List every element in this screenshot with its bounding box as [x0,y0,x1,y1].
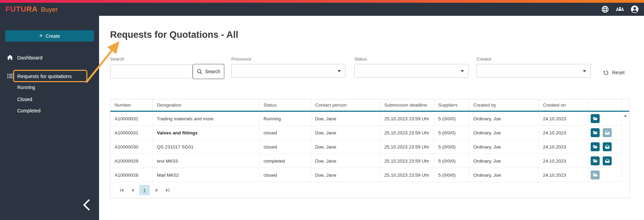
column-header[interactable]: Created on [538,99,588,111]
filter-bar: Search Search Processor Status [110,56,636,84]
cell-designation: Mail MK02 [152,168,259,182]
table-row[interactable]: A10000032Trading materials and moreRunni… [110,112,622,126]
folder-open-icon [592,130,598,135]
sidebar-item-closed[interactable]: Closed [17,94,32,104]
cell-status: completed [259,154,311,168]
cell-created-by: Ordinary, Joe [469,154,538,168]
table-row[interactable]: A10000029test MK03completedDoe, Jane25.1… [110,154,622,168]
cell-suppliers: 5 (0/0/0) [434,112,469,125]
status-label: Status [354,56,469,62]
folder-open-button[interactable] [591,142,600,151]
folder-open-button[interactable] [591,114,600,123]
sidebar-item-requests-for-quotations[interactable]: Requests for quotations [0,70,99,81]
last-page-icon [165,188,170,193]
cell-actions [588,168,622,182]
cell-submission-deadline: 25.10.2023 23:59 Uhr [380,140,434,154]
status-select[interactable] [354,64,469,78]
cell-contact-person: Doe, Jane [311,140,380,154]
folder-open-icon [592,158,598,164]
pagination-last-button[interactable] [163,186,172,195]
cell-created-by: Ordinary, Joe [469,140,538,154]
sidebar-item-label: Dashboard [17,55,42,60]
cell-submission-deadline: 25.10.2023 23:59 Uhr [380,126,434,140]
cell-designation: QS 231017 SG01 [152,140,259,154]
plus-icon: + [39,32,43,39]
table-body: A10000032Trading materials and moreRunni… [110,112,629,182]
cell-number: A10000032 [110,112,152,125]
table-row[interactable]: A10000030QS 231017 SG01closedDoe, Jane25… [110,140,622,154]
column-header[interactable]: Designation [152,99,259,111]
main-content: Requests for Quotations - All Search Sea… [99,16,644,220]
next-page-icon [154,188,159,193]
column-header[interactable]: Number [110,99,152,111]
pagination-next-button[interactable] [152,186,161,195]
column-header[interactable]: Contact person [311,99,380,111]
drafts-icon [605,130,610,135]
drafts-button[interactable] [603,128,612,137]
cell-created-on: 24.10.2023 [538,112,588,125]
table-header-row: NumberDesignationStatusContact personSub… [110,99,629,112]
cell-actions [588,154,622,168]
reset-icon [603,69,609,76]
creator-filter-group: Creator [476,56,591,78]
scroll-up-icon[interactable] [624,114,627,117]
cell-status: closed [259,126,311,140]
drafts-button[interactable] [603,142,612,151]
search-input[interactable] [110,65,193,78]
pagination: 1 [110,182,629,198]
sub-item-label: Running [17,85,35,90]
processor-select[interactable] [231,64,345,78]
app-bar: FUTURA Buyer [0,3,644,16]
reset-button[interactable]: Reset [603,66,625,79]
cell-created-by: Ordinary, Joe [469,112,538,125]
account-icon[interactable] [630,5,639,14]
cell-number: A10000030 [110,140,152,154]
cell-designation: Valves and fittings [152,126,259,140]
column-header[interactable]: Suppliers [434,99,469,111]
list-icon [6,72,14,80]
pagination-first-button[interactable] [117,186,126,195]
creator-select[interactable] [476,64,591,78]
top-gradient-strip [0,0,644,3]
table-scrollbar[interactable] [622,112,630,182]
column-header[interactable]: Submission deadline [380,99,434,111]
sidebar-item-dashboard[interactable]: Dashboard [0,52,99,63]
groups-icon[interactable] [615,5,624,14]
cell-created-on: 24.10.2023 [538,168,588,182]
language-icon[interactable] [601,5,610,14]
status-filter-group: Status [354,56,469,78]
create-button[interactable]: + Create [5,30,94,42]
folder-open-button[interactable] [591,128,600,137]
sidebar-collapse-button[interactable] [79,197,94,212]
column-header[interactable]: Created by [469,99,538,111]
first-page-icon [119,188,125,193]
processor-label: Processor [231,56,345,62]
sidebar-item-completed[interactable]: Completed [17,106,41,116]
cell-contact-person: Doe, Jane [311,168,380,182]
brand-product: Buyer [41,6,58,13]
folder-open-icon [592,172,598,178]
cell-submission-deadline: 25.10.2023 23:59 Uhr [380,112,434,125]
cell-number: A10000029 [110,154,152,168]
processor-filter-group: Processor [231,56,345,78]
column-header-scroll [622,99,629,111]
chevron-down-icon [337,70,341,72]
search-button[interactable]: Search [193,64,224,79]
cell-designation: Trading materials and more [152,112,259,125]
column-header[interactable]: Status [259,99,311,111]
prev-page-icon [130,188,135,193]
sidebar-item-running[interactable]: Running [17,82,35,92]
folder-open-button[interactable] [591,156,600,165]
cell-contact-person: Doe, Jane [311,112,380,125]
table-rows: A10000032Trading materials and moreRunni… [110,112,622,182]
app-logo: FUTURA Buyer [6,5,58,14]
chevron-down-icon [583,70,586,72]
table-row[interactable]: A10000028Mail MK02closedDoe, Jane25.10.2… [110,168,622,182]
table-row[interactable]: A10000031Valves and fittingsclosedDoe, J… [110,126,622,140]
drafts-button[interactable] [603,156,612,165]
search-label: Search [110,56,224,62]
pagination-current-page[interactable]: 1 [139,185,150,195]
cell-suppliers: 5 (0/0/0) [434,140,469,154]
folder-open-button[interactable] [591,170,600,179]
pagination-prev-button[interactable] [128,186,137,195]
